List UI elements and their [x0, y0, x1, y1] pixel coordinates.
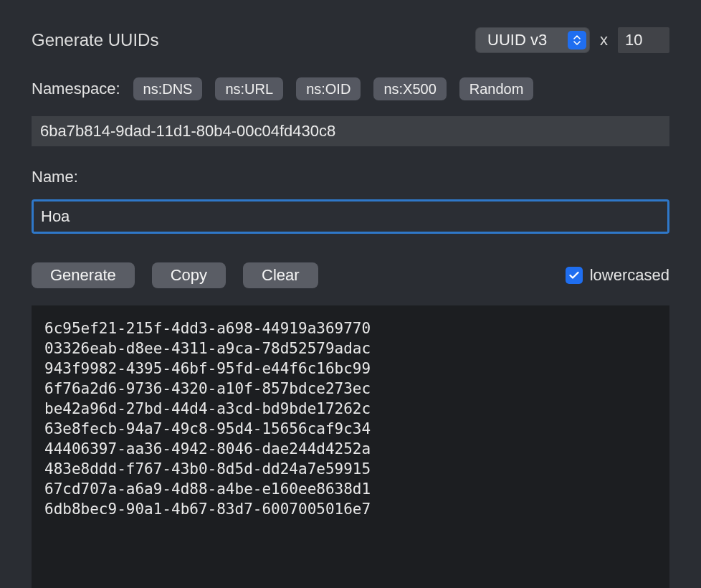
namespace-label: Namespace:: [32, 80, 120, 98]
select-stepper-icon: [568, 31, 586, 49]
uuid-version-select[interactable]: UUID v3: [475, 27, 590, 53]
output-textarea[interactable]: 6c95ef21-215f-4dd3-a698-44919a369770 033…: [32, 305, 669, 588]
count-input[interactable]: [618, 27, 669, 53]
ns-preset-url[interactable]: ns:URL: [215, 77, 283, 100]
ns-preset-dns[interactable]: ns:DNS: [133, 77, 203, 100]
clear-button[interactable]: Clear: [243, 262, 318, 288]
ns-preset-x500[interactable]: ns:X500: [373, 77, 446, 100]
uuid-version-selected: UUID v3: [487, 31, 547, 49]
ns-preset-oid[interactable]: ns:OID: [296, 77, 361, 100]
count-x-label: x: [600, 31, 608, 49]
check-icon: [569, 271, 579, 280]
page-title: Generate UUIDs: [32, 30, 158, 50]
namespace-input[interactable]: [32, 116, 669, 146]
copy-button[interactable]: Copy: [152, 262, 226, 288]
generate-button[interactable]: Generate: [32, 262, 135, 288]
lowercased-label: lowercased: [590, 266, 669, 285]
ns-preset-random[interactable]: Random: [459, 77, 534, 100]
name-input[interactable]: [34, 201, 667, 232]
name-label: Name:: [32, 168, 78, 186]
lowercased-checkbox[interactable]: [566, 267, 583, 284]
